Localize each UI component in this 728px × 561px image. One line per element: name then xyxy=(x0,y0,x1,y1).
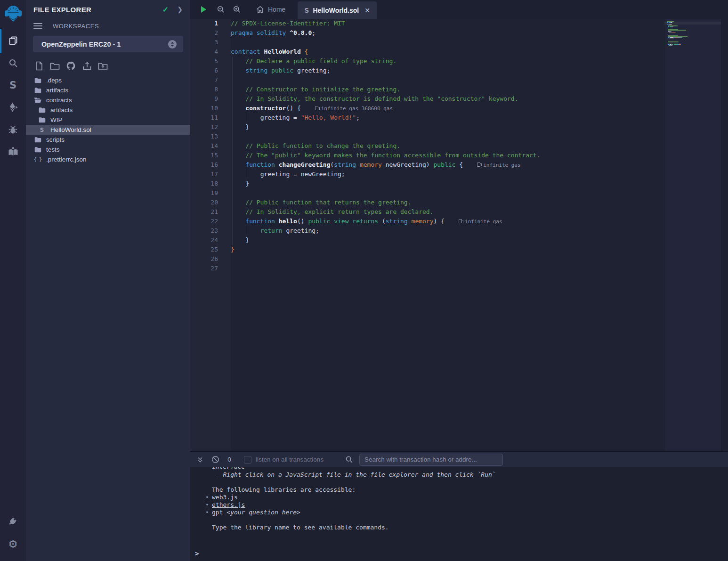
code-line-27[interactable] xyxy=(231,264,664,273)
editor-scrollbar[interactable] xyxy=(721,19,728,451)
terminal-search-icon[interactable] xyxy=(345,455,353,463)
line-number[interactable]: 7 xyxy=(190,75,231,85)
line-number[interactable]: 14 xyxy=(190,141,231,151)
line-number[interactable]: 5 xyxy=(190,57,231,66)
code-line-14[interactable]: // Public function to change the greetin… xyxy=(231,141,664,151)
search-icon[interactable] xyxy=(7,57,19,69)
collapse-panel-chevron-icon[interactable]: ❯ xyxy=(177,6,183,13)
solidity-compiler-icon[interactable]: S xyxy=(7,79,19,91)
line-number[interactable]: 11 xyxy=(190,113,231,122)
code-line-3[interactable] xyxy=(231,38,664,47)
tree-item-tests[interactable]: tests xyxy=(26,145,190,154)
terminal-prompt[interactable]: > xyxy=(195,550,199,557)
code-line-12[interactable]: } xyxy=(231,122,664,132)
close-tab-icon[interactable]: ✕ xyxy=(364,7,370,14)
debugger-icon[interactable] xyxy=(7,123,19,136)
code-line-18[interactable]: } xyxy=(231,179,664,188)
code-line-20[interactable]: // Public function that returns the gree… xyxy=(231,198,664,207)
line-number[interactable]: 9 xyxy=(190,94,231,104)
line-number[interactable]: 21 xyxy=(190,207,231,217)
code-line-8[interactable]: // Constructor to initialize the greetin… xyxy=(231,85,664,94)
tree-item--deps[interactable]: .deps xyxy=(26,75,190,85)
line-number[interactable]: 4 xyxy=(190,47,231,57)
tree-item-scripts[interactable]: scripts xyxy=(26,135,190,145)
code-area[interactable]: // SPDX-License-Identifier: MITpragma so… xyxy=(231,19,664,451)
line-number[interactable]: 25 xyxy=(190,245,231,254)
line-number[interactable]: 17 xyxy=(190,170,231,179)
line-number[interactable]: 2 xyxy=(190,28,231,38)
line-number[interactable]: 3 xyxy=(190,38,231,47)
code-line-17[interactable]: greeting = newGreeting; xyxy=(231,170,664,179)
line-number[interactable]: 10 xyxy=(190,104,231,113)
expand-terminal-icon[interactable] xyxy=(195,456,205,463)
workspaces-menu-icon[interactable] xyxy=(33,22,42,30)
zoom-in-icon[interactable] xyxy=(229,0,245,19)
listen-transactions-checkbox[interactable] xyxy=(244,456,251,463)
code-line-4[interactable]: contract HelloWorld { xyxy=(231,47,664,57)
tree-item-contracts[interactable]: contracts xyxy=(26,95,190,105)
line-number[interactable]: 16 xyxy=(190,160,231,170)
line-number[interactable]: 15 xyxy=(190,151,231,160)
code-line-7[interactable] xyxy=(231,75,664,85)
new-folder-icon[interactable] xyxy=(50,61,60,71)
tab-helloworld-sol[interactable]: S HelloWorld.sol ✕ xyxy=(298,1,377,19)
line-number[interactable]: 23 xyxy=(190,226,231,236)
line-number[interactable]: 19 xyxy=(190,188,231,198)
code-line-23[interactable]: return greeting; xyxy=(231,226,664,236)
code-line-22[interactable]: function hello() public view returns (st… xyxy=(231,217,664,226)
code-line-11[interactable]: greeting = "Hello, World!"; xyxy=(231,113,664,122)
line-number[interactable]: 6 xyxy=(190,66,231,75)
terminal-link-ethers-js[interactable]: ethers.js xyxy=(212,501,245,508)
code-line-6[interactable]: string public greeting; xyxy=(231,66,664,75)
code-line-15[interactable]: // The "public" keyword makes the functi… xyxy=(231,151,664,160)
workspace-sort-icon[interactable] xyxy=(168,40,177,49)
remix-logo-icon[interactable] xyxy=(0,0,26,27)
line-number[interactable]: 22 xyxy=(190,217,231,226)
deploy-and-run-icon[interactable] xyxy=(7,101,19,114)
line-number[interactable]: 8 xyxy=(190,85,231,94)
line-number[interactable]: 27 xyxy=(190,264,231,273)
code-line-26[interactable] xyxy=(231,254,664,264)
workspace-selector[interactable]: OpenZeppelin ERC20 - 1 xyxy=(33,36,183,52)
tree-item-wip[interactable]: WIP xyxy=(26,115,190,125)
new-file-icon[interactable] xyxy=(34,61,44,71)
terminal-link-web3-js[interactable]: web3.js xyxy=(212,494,238,501)
terminal-search-input[interactable] xyxy=(359,454,503,466)
file-explorer-icon[interactable] xyxy=(7,35,19,47)
clear-console-icon[interactable] xyxy=(210,455,220,463)
code-line-16[interactable]: function changeGreeting(string memory ne… xyxy=(231,160,664,170)
code-line-2[interactable]: pragma solidity ^0.8.0; xyxy=(231,28,664,38)
line-number[interactable]: 24 xyxy=(190,236,231,245)
code-line-25[interactable]: } xyxy=(231,245,664,254)
plugin-manager-icon[interactable] xyxy=(7,515,19,527)
learneth-icon[interactable] xyxy=(7,146,19,158)
tree-item-helloworld-sol[interactable]: SHelloWorld.sol xyxy=(26,125,190,135)
code-line-5[interactable]: // Declare a public field of type string… xyxy=(231,57,664,66)
terminal-output[interactable]: interface - Right click on a JavaScript … xyxy=(190,467,728,561)
publish-gist-icon[interactable] xyxy=(82,61,92,71)
settings-gear-icon[interactable]: ⚙ xyxy=(7,538,19,550)
code-line-24[interactable]: } xyxy=(231,236,664,245)
tree-item-artifacts[interactable]: artifacts xyxy=(26,105,190,115)
line-number[interactable]: 12 xyxy=(190,122,231,132)
run-script-icon[interactable] xyxy=(194,0,213,19)
line-number[interactable]: 26 xyxy=(190,254,231,264)
line-number[interactable]: 20 xyxy=(190,198,231,207)
minimap[interactable] xyxy=(667,21,720,50)
upload-folder-icon[interactable] xyxy=(98,61,108,71)
code-line-19[interactable] xyxy=(231,188,664,198)
code-line-13[interactable] xyxy=(231,132,664,141)
clone-github-icon[interactable] xyxy=(66,61,76,71)
tree-item--prettierrc-json[interactable]: { }.prettierrc.json xyxy=(26,154,190,164)
code-line-21[interactable]: // In Solidity, explicit return types ar… xyxy=(231,207,664,217)
accept-check-icon[interactable]: ✓ xyxy=(162,5,169,14)
tab-home[interactable]: Home xyxy=(250,0,292,19)
line-number[interactable]: 13 xyxy=(190,132,231,141)
tree-item-artifacts[interactable]: artifacts xyxy=(26,85,190,95)
line-number[interactable]: 1 xyxy=(190,19,231,28)
code-line-9[interactable]: // In Solidity, the constructor is defin… xyxy=(231,94,664,104)
zoom-out-icon[interactable] xyxy=(213,0,229,19)
line-number[interactable]: 18 xyxy=(190,179,231,188)
code-line-1[interactable]: // SPDX-License-Identifier: MIT xyxy=(231,19,664,28)
code-line-10[interactable]: constructor() {infinite gas 368600 gas xyxy=(231,104,664,113)
